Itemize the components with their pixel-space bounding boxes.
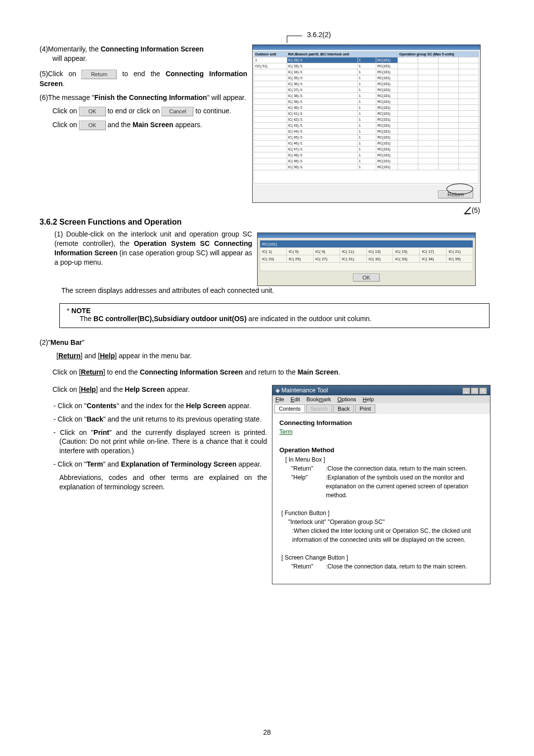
menu-help-2: Help [81, 385, 96, 393]
menu-file[interactable]: File [275, 396, 284, 402]
page: (4)Momentarily, the Connecting Informati… [0, 0, 534, 756]
p6a: (6)The message " [40, 94, 94, 101]
popup-ok-button[interactable]: OK [353, 274, 380, 282]
col-outdoor: Outdoor unit [254, 51, 287, 57]
menu-help-m[interactable]: Help [362, 396, 374, 402]
mb-title-b: Menu Bar [50, 338, 82, 346]
ok-button-2[interactable]: OK [79, 121, 106, 130]
menu-edit[interactable]: Edit [291, 396, 300, 402]
maximize-icon[interactable]: □ [471, 387, 479, 394]
s1d: The screen displays addresses and attrib… [40, 286, 494, 295]
help-sc-desc: :Close the connection data, return to th… [326, 562, 483, 571]
cancel-button[interactable]: Cancel [162, 107, 193, 116]
tab-print[interactable]: Print [355, 404, 375, 413]
note-b: BC controller(BC),Subsidiary outdoor uni… [93, 315, 247, 323]
p4-cont: will appear. [40, 54, 247, 63]
connecting-info-screenshot: Outdoor unit Ref./Branch pair/G_BC/ Inte… [252, 45, 481, 203]
col-ref: Ref./Branch pair/G_BC/ Interlock unit [287, 51, 376, 57]
help-titlebar: ◈ Maintenance Tool _□× [272, 385, 490, 395]
ok-button[interactable]: OK [79, 107, 106, 116]
col-blank [376, 51, 398, 57]
help-help-desc: :Explanation of the symbols used on the … [326, 473, 483, 500]
help-content: Connecting Information Term Operation Me… [272, 414, 490, 584]
help-term-link[interactable]: Term [279, 427, 483, 436]
p6f: to continue. [195, 107, 231, 115]
popup-header: RC(101) [260, 240, 473, 248]
note-a: The [80, 315, 93, 323]
p5a: (5)Click on [40, 70, 82, 78]
p6i: Main Screen [133, 121, 173, 129]
help-title: Maintenance Tool [281, 387, 328, 394]
p6j: appears. [174, 121, 202, 129]
p6c: " will appear. [207, 94, 246, 101]
tab-back[interactable]: Back [333, 404, 354, 413]
p6e: to end or click on [107, 107, 162, 115]
return-button[interactable]: Return [82, 70, 117, 79]
close-icon[interactable]: × [479, 387, 487, 394]
help-return-label: "Return" [291, 464, 326, 473]
help-fb1: "Interlock unit" "Operation group SC" [279, 518, 483, 526]
p6b: Finish the Connecting Information [94, 94, 207, 101]
callout-362: 3.6.2(2) [287, 31, 331, 39]
cell: 1 [254, 57, 287, 63]
tab-search[interactable]: Search [306, 404, 332, 413]
help-mb: [ In Menu Box ] [279, 455, 483, 464]
callout-5: ∠(5) [463, 203, 480, 215]
popup-titlebar [258, 233, 475, 238]
help-help-label: "Help" [291, 473, 326, 500]
note-title: NOTE [71, 307, 90, 315]
section-heading: 3.6.2 Screen Functions and Operation [40, 218, 494, 227]
help-return-desc: :Close the connection data, return to th… [326, 464, 483, 473]
note-c: are indicated in the outdoor unit column… [247, 315, 372, 323]
help-h2: Operation Method [279, 445, 483, 455]
connecting-table: Outdoor unit Ref./Branch pair/G_BC/ Inte… [254, 51, 479, 184]
p5d: . [63, 80, 65, 88]
page-number: 28 [0, 728, 534, 736]
p4-bold: Connecting Information Screen [100, 45, 203, 53]
help-sc: [ Screen Change Button ] [279, 553, 483, 562]
menu-return-2: Return [81, 368, 103, 376]
p6h: and the [107, 121, 133, 129]
help-sc-return: "Return" [291, 562, 326, 571]
screenshot-titlebar [253, 45, 480, 50]
p5b: to end the [122, 70, 166, 78]
tab-contents[interactable]: Contents [274, 404, 305, 413]
menu-options[interactable]: Options [337, 396, 356, 402]
menu-return: Return [58, 352, 81, 360]
callout-5-label: (5) [472, 206, 480, 214]
p6d: Click on [52, 107, 79, 115]
p4-text: (4)Momentarily, the [40, 45, 100, 53]
p6g: Click on [52, 121, 79, 129]
hl-cell: IC( 33) /1 [287, 57, 357, 63]
help-tabs: Contents Search Back Print [272, 403, 490, 414]
help-fb2: :When clicked the Inter locking unit or … [279, 526, 483, 544]
help-menu-bar: File Edit Bookmark Options Help [272, 395, 490, 403]
menu-help: Help [100, 352, 115, 360]
menu-bookmark[interactable]: Bookmark [307, 396, 331, 402]
callout-362-label: 3.6.2(2) [307, 31, 331, 39]
top-left-text: (4)Momentarily, the Connecting Informati… [40, 45, 247, 134]
top-screenshot-area: 3.6.2(2) Outdoor unit Ref./Branch pair/G… [252, 45, 494, 203]
minimize-icon[interactable]: _ [462, 387, 470, 394]
col-opgroup: Operation group SC (Max 5 units) [398, 51, 479, 57]
note-star: * [67, 307, 71, 315]
return-highlight-ellipse [446, 184, 473, 194]
mb-title-c: " [82, 338, 85, 346]
help-fb: [ Function Button ] [279, 509, 483, 518]
help-h1: Connecting Information [279, 418, 483, 428]
note-box: * NOTE The BC controller(BC),Subsidiary … [59, 303, 490, 328]
mb-title-a: (2)" [40, 338, 50, 346]
operation-sc-popup: RC(101) IC( 1)IC( 5)IC( 9)IC( 11)IC( 13)… [257, 233, 476, 286]
hl-cell: 1 [357, 57, 376, 63]
hl-cell: RC(101) [376, 57, 398, 63]
help-screenshot: ◈ Maintenance Tool _□× File Edit Bookmar… [272, 385, 490, 584]
